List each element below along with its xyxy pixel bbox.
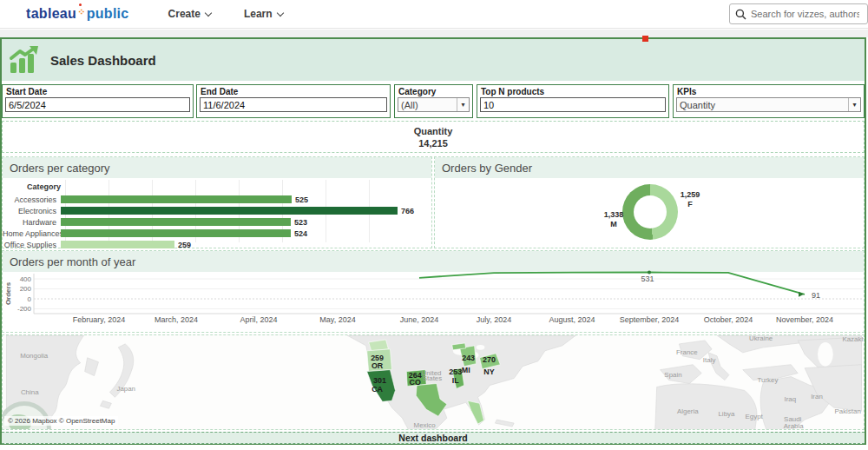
menu-learn[interactable]: Learn — [244, 8, 283, 20]
tableau-public-logo[interactable]: tableau⁘public — [26, 6, 129, 22]
filter-top-n-products: Top N products 10 — [477, 84, 669, 118]
state-value-label: 243 — [462, 354, 475, 362]
search-icon — [735, 9, 746, 20]
landmass-africa — [655, 384, 757, 430]
male-label: M — [595, 220, 633, 229]
kpis-selected-value: Quantity — [680, 100, 715, 110]
country-label: Japan — [116, 385, 135, 393]
search-input[interactable] — [751, 9, 859, 19]
filter-label: KPIs — [674, 85, 864, 97]
end-date-input[interactable]: 11/6/2024 — [200, 97, 387, 112]
tableau-sparkle-icon: ⁘ — [77, 6, 86, 17]
next-dashboard-button[interactable]: Next dashboard — [2, 432, 865, 444]
bar[interactable] — [61, 207, 398, 215]
start-date-input[interactable]: 6/5/2024 — [5, 97, 190, 112]
dashboard-frame: Sales Dashboard Start Date 6/5/2024 End … — [0, 37, 866, 445]
svg-text:March, 2024: March, 2024 — [155, 315, 198, 324]
svg-text:400: 400 — [20, 275, 32, 283]
panel-orders-by-gender: Orders by Gender 1,259 F 1,338 M — [434, 156, 865, 248]
logo-public: public — [87, 6, 129, 21]
panel-orders-per-month: Orders per month of year 4002000-200Orde… — [2, 250, 865, 333]
menu-create[interactable]: Create — [168, 8, 211, 20]
dropdown-caret-icon[interactable]: ▾ — [848, 98, 860, 111]
country-label: Kazakh — [842, 335, 865, 343]
country-label: Iran — [811, 393, 823, 400]
country-label: China — [21, 388, 39, 396]
dropdown-caret-icon[interactable]: ▾ — [457, 98, 469, 111]
state-value-label: 301 — [373, 376, 386, 385]
country-label: Algeria — [677, 407, 699, 415]
svg-text:July, 2024: July, 2024 — [477, 315, 511, 324]
kpi-banner: Quantity 14,215 — [2, 121, 865, 153]
state-value-label: 270 — [483, 355, 496, 364]
country-label: France — [676, 348, 698, 356]
bar-row: Accessories525 — [3, 194, 431, 205]
country-label: Libya — [718, 410, 735, 418]
great-lake — [477, 345, 485, 350]
bar[interactable] — [61, 241, 174, 248]
country-label: Arabia — [784, 422, 804, 430]
kpis-select[interactable]: Quantity ▾ — [676, 97, 861, 112]
state-code-label: CA — [372, 385, 383, 394]
country-label: States — [423, 374, 442, 382]
filter-row: Start Date 6/5/2024 End Date 11/6/2024 C… — [2, 83, 865, 119]
donut-label-female: 1,259 F — [671, 190, 709, 209]
svg-text:June, 2024: June, 2024 — [400, 315, 439, 324]
chevron-down-icon — [205, 9, 212, 16]
svg-text:November, 2024: November, 2024 — [776, 315, 833, 324]
line-chart[interactable]: 4002000-200OrdersFebruary, 2024March, 20… — [3, 267, 865, 334]
panel-title: Orders by Gender — [435, 157, 864, 178]
bar[interactable] — [61, 195, 292, 203]
country-label: Mexico — [414, 421, 437, 429]
bar-row: Office Supplies259 — [3, 239, 431, 250]
kpi-value: 14,215 — [418, 138, 448, 149]
state-code-label: NY — [483, 367, 494, 376]
menu-create-label: Create — [168, 8, 201, 20]
state-code-label: CO — [410, 378, 421, 387]
donut-hole — [634, 195, 667, 228]
filter-category: Category (All) ▾ — [394, 84, 473, 118]
world-map[interactable]: MongoliaChinaJapanUnitedStatesMexicoUkra… — [3, 335, 865, 430]
country-label: Spain — [664, 371, 681, 379]
bar-category-label: Office Supplies — [3, 241, 61, 249]
map-attribution: © 2026 Mapbox © OpenStreetMap — [4, 416, 118, 426]
caspian-sea — [818, 342, 833, 367]
filter-label: End Date — [197, 85, 390, 97]
state-code-label: MI — [462, 366, 470, 374]
country-label: Italy — [703, 356, 716, 364]
country-label: Pakistan — [835, 407, 861, 415]
female-label: F — [671, 200, 709, 209]
svg-text:February, 2024: February, 2024 — [73, 315, 125, 324]
svg-text:531: 531 — [641, 275, 654, 283]
svg-text:May, 2024: May, 2024 — [319, 315, 355, 324]
svg-text:-200: -200 — [17, 305, 32, 313]
chevron-down-icon — [276, 9, 283, 16]
bar-rows: Accessories525Electronics766Hardware523H… — [3, 194, 431, 250]
svg-text:April, 2024: April, 2024 — [240, 315, 277, 324]
bar[interactable] — [61, 229, 291, 237]
male-value: 1,338 — [595, 210, 633, 220]
country-label: Mongolia — [20, 352, 49, 360]
svg-text:200: 200 — [20, 285, 32, 293]
bar-value-label: 766 — [401, 207, 414, 215]
bar-category-label: Electronics — [3, 207, 61, 215]
bar[interactable] — [61, 218, 291, 226]
category-selected-value: (All) — [401, 100, 418, 110]
panel-title: Orders per category — [3, 157, 431, 178]
country-label: Egypt — [746, 413, 764, 420]
category-select[interactable]: (All) ▾ — [398, 97, 470, 112]
top-n-input[interactable]: 10 — [480, 97, 666, 112]
sales-chart-icon — [9, 45, 40, 75]
dashboard-title: Sales Dashboard — [50, 53, 156, 68]
svg-text:September, 2024: September, 2024 — [620, 315, 680, 324]
filter-label: Top N products — [477, 85, 668, 97]
state-code-label: OR — [372, 361, 384, 370]
filter-start-date: Start Date 6/5/2024 — [2, 84, 194, 118]
panel-orders-per-category: Orders per category Category Accessories… — [2, 156, 432, 248]
search-box[interactable] — [729, 3, 868, 24]
navbar-menus: Create Learn — [168, 8, 283, 20]
donut-label-male: 1,338 M — [595, 210, 633, 229]
svg-text:0: 0 — [28, 295, 32, 303]
bar-category-label: Home Appliances — [3, 229, 61, 238]
page-background-strip — [0, 30, 868, 37]
